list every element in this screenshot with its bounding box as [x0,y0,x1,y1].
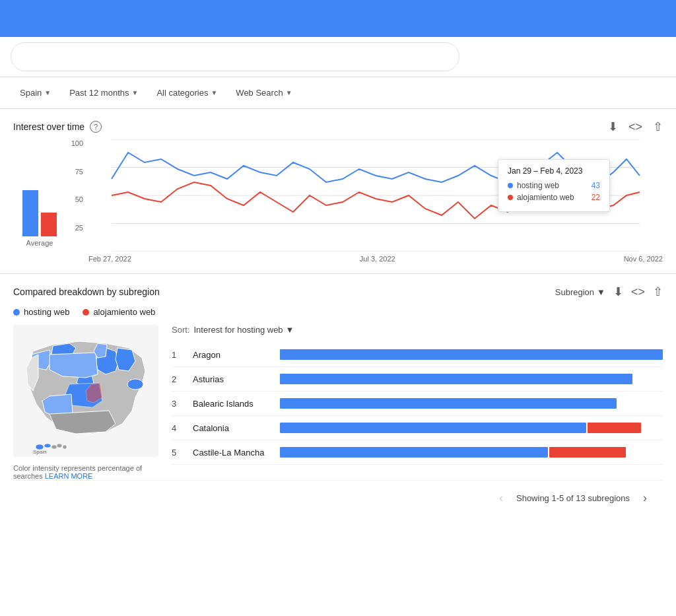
rank-row-1: 1 Aragon [172,343,663,367]
tooltip-date: Jan 29 – Feb 4, 2023 [508,166,600,176]
y-100: 100 [66,139,83,147]
rank-bars-4 [280,423,663,433]
learn-more-link[interactable]: LEARN MORE [45,472,93,480]
type-label: Web Search [236,88,283,98]
search-box[interactable] [11,42,459,71]
sort-button[interactable]: Interest for hosting web ▼ [193,325,294,335]
avg-bar-blue [22,190,38,236]
y-75: 75 [66,168,83,176]
chart-main: 100 75 50 25 [66,139,663,263]
prev-page-arrow[interactable]: ‹ [496,489,506,508]
interest-over-time-section: Interest over time ? ⬇ <> ⇧ Average 100 … [0,109,676,274]
rank-bar-blue-3 [280,398,617,409]
spain-map: Spain [13,325,158,457]
x-label-3: Nov 6, 2022 [624,255,663,263]
breakdown-share-icon[interactable]: ⇧ [653,285,663,299]
tooltip-row-2: alojamiento web 22 [508,193,600,202]
rank-row-4: 4 Catalonia [172,416,663,440]
section-actions: ⬇ <> ⇧ [608,120,663,134]
tooltip-term-1: hosting web [517,181,559,190]
avg-bars [22,157,57,236]
tooltip-label-1: hosting web [508,181,559,190]
legend-dot-blue [13,309,20,316]
rank-num-3: 3 [172,399,185,409]
x-label-2: Jul 3, 2022 [360,255,395,263]
subregion-button[interactable]: Subregion ▼ [555,287,605,297]
filter-bar: Spain ▼ Past 12 months ▼ All categories … [0,77,676,109]
rank-bar-blue-1 [280,349,663,360]
svg-point-10 [51,445,57,449]
svg-point-6 [127,379,143,390]
breakdown-header: Compared breakdown by subregion Subregio… [13,285,663,299]
rank-num-5: 5 [172,448,185,458]
type-filter[interactable]: Web Search ▼ [229,84,298,102]
rank-row-3: 3 Balearic Islands [172,392,663,416]
sort-chevron: ▼ [286,325,294,335]
category-chevron: ▼ [211,89,217,96]
category-label: All categories [156,88,208,98]
chart-container: Average 100 75 50 25 [13,139,663,263]
svg-point-9 [44,444,51,448]
next-page-arrow[interactable]: › [640,489,650,508]
rank-name-1: Aragon [193,350,272,360]
tooltip-val-2: 22 [592,193,600,202]
rank-row-2: 2 Asturias [172,367,663,392]
tooltip-row-1: hosting web 43 [508,181,600,190]
chart-svg-wrapper: Jan 29 – Feb 4, 2023 hosting web 43 aloj… [88,139,663,263]
breakdown-embed-icon[interactable]: <> [631,285,645,299]
x-label-1: Feb 27, 2022 [88,255,131,263]
rank-row-5: 5 Castile-La Mancha [172,440,663,465]
rank-bar-red-5 [549,447,626,458]
legend-label-blue: hosting web [24,307,69,317]
rank-bar-blue-5 [280,447,548,458]
legend-item-blue: hosting web [13,307,69,317]
x-axis: Feb 27, 2022 Jul 3, 2022 Nov 6, 2022 [88,255,663,263]
period-chevron: ▼ [131,89,138,96]
section-title: Interest over time ? [13,121,102,133]
rank-name-2: Asturias [193,374,272,384]
breakdown-controls: Subregion ▼ ⬇ <> ⇧ [555,285,663,299]
sort-row: Sort: Interest for hosting web ▼ [172,325,663,335]
breakdown-title: Compared breakdown by subregion [13,287,160,297]
search-bar-row [0,37,676,77]
rank-name-4: Catalonia [193,423,272,433]
category-filter[interactable]: All categories ▼ [150,84,224,102]
pagination-text: Showing 1-5 of 13 subregions [516,493,630,503]
download-icon[interactable]: ⬇ [608,120,618,134]
region-chevron: ▼ [44,89,51,96]
avg-bar-red [41,213,57,236]
rank-bars-2 [280,374,663,384]
rank-bars-1 [280,349,663,360]
rank-bar-blue-2 [280,374,632,384]
y-axis: 100 75 50 25 [66,139,86,252]
svg-text:Spain: Spain [33,449,46,455]
tooltip-val-1: 43 [592,181,600,190]
subregion-chevron: ▼ [597,287,605,297]
rank-bars-5 [280,447,663,458]
sort-label: Sort: [172,325,189,335]
legend-dot-red [83,309,89,316]
help-icon[interactable]: ? [90,121,102,133]
tooltip-term-2: alojamiento web [517,193,574,202]
legend-label-red: alojamiento web [93,307,155,317]
period-label: Past 12 months [69,88,129,98]
region-label: Spain [20,88,42,98]
share-icon[interactable]: ⇧ [653,120,663,134]
sort-value: Interest for hosting web [193,325,283,335]
tooltip-label-2: alojamiento web [508,193,574,202]
embed-icon[interactable]: <> [628,120,642,134]
top-bar [0,0,676,37]
rank-bar-blue-4 [280,423,586,433]
period-filter[interactable]: Past 12 months ▼ [63,84,145,102]
breakdown-section: Compared breakdown by subregion Subregio… [0,274,676,526]
rank-bars-3 [280,398,663,409]
avg-label: Average [26,239,53,247]
rank-num-1: 1 [172,350,185,360]
breakdown-download-icon[interactable]: ⬇ [613,285,623,299]
y-25: 25 [66,224,83,232]
chart-avg: Average [13,139,66,263]
rank-name-3: Balearic Islands [193,399,272,409]
region-filter[interactable]: Spain ▼ [13,84,57,102]
svg-point-8 [36,444,44,450]
svg-point-11 [57,444,62,448]
